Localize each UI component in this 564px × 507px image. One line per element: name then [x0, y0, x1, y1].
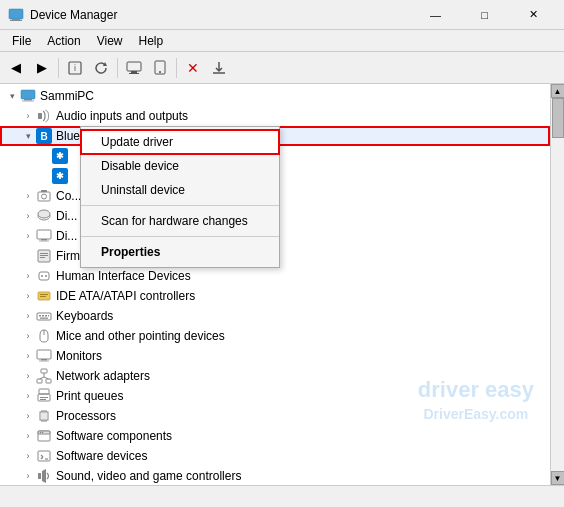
sammipc-label: SammiPC [40, 89, 94, 103]
expand-bt1 [36, 148, 52, 164]
expand-audio[interactable]: › [20, 108, 36, 124]
svg-rect-12 [21, 90, 35, 99]
svg-rect-14 [22, 101, 34, 102]
uninstall-button[interactable]: ✕ [181, 56, 205, 80]
svg-rect-15 [38, 113, 42, 119]
properties-button[interactable]: i [63, 56, 87, 80]
svg-rect-6 [127, 62, 141, 71]
device-button[interactable] [148, 56, 172, 80]
expand-mice[interactable]: › [20, 328, 36, 344]
svg-rect-34 [37, 313, 51, 320]
scroll-down-button[interactable]: ▼ [551, 471, 565, 485]
download-button[interactable] [207, 56, 231, 80]
network-icon [36, 368, 52, 384]
back-button[interactable]: ◀ [4, 56, 28, 80]
expand-print[interactable]: › [20, 388, 36, 404]
tree-item-software-dev[interactable]: › Software devices [0, 446, 550, 466]
status-bar [0, 485, 564, 507]
tree-item-network[interactable]: › Network adapters [0, 366, 550, 386]
tree-item-software-comp[interactable]: › Software components [0, 426, 550, 446]
svg-rect-25 [40, 253, 48, 254]
mice-label: Mice and other pointing devices [56, 329, 225, 343]
menu-view[interactable]: View [89, 32, 131, 50]
tree-item-ide[interactable]: › IDE ATA/ATAPI controllers [0, 286, 550, 306]
display-icon [36, 228, 52, 244]
expand-bt2 [36, 168, 52, 184]
svg-rect-33 [40, 296, 46, 297]
svg-point-20 [38, 210, 50, 218]
svg-rect-42 [41, 359, 47, 361]
svg-rect-28 [39, 272, 49, 280]
audio-label: Audio inputs and outputs [56, 109, 188, 123]
context-menu-scan-hardware[interactable]: Scan for hardware changes [81, 209, 279, 233]
menu-file[interactable]: File [4, 32, 39, 50]
window-title: Device Manager [30, 8, 413, 22]
tree-item-hid[interactable]: › Human Interface Devices [0, 266, 550, 286]
expand-processors[interactable]: › [20, 408, 36, 424]
refresh-button[interactable] [89, 56, 113, 80]
expand-hid[interactable]: › [20, 268, 36, 284]
bt-device2-icon: ✱ [52, 168, 68, 184]
toolbar-sep-2 [117, 58, 118, 78]
expand-keyboards[interactable]: › [20, 308, 36, 324]
sound-label: Sound, video and game controllers [56, 469, 241, 483]
context-menu-sep-2 [81, 236, 279, 237]
context-menu-properties[interactable]: Properties [81, 240, 279, 264]
svg-point-17 [42, 194, 47, 199]
forward-button[interactable]: ▶ [30, 56, 54, 80]
expand-disk[interactable]: › [20, 208, 36, 224]
toolbar: ◀ ▶ i ✕ [0, 52, 564, 84]
expand-network[interactable]: › [20, 368, 36, 384]
app-icon [8, 7, 24, 23]
context-menu-update-driver[interactable]: Update driver [81, 130, 279, 154]
toolbar-sep-1 [58, 58, 59, 78]
tree-item-processors[interactable]: › Processors [0, 406, 550, 426]
svg-rect-13 [24, 99, 32, 101]
context-menu-disable-device[interactable]: Disable device [81, 154, 279, 178]
svg-line-68 [41, 457, 43, 459]
scroll-thumb[interactable] [552, 98, 564, 138]
mouse-icon [36, 328, 52, 344]
audio-icon [36, 108, 52, 124]
maximize-button[interactable]: □ [462, 5, 507, 25]
tree-item-sammipc[interactable]: ▾ SammiPC [0, 86, 550, 106]
computer-button[interactable] [122, 56, 146, 80]
expand-monitors[interactable]: › [20, 348, 36, 364]
expand-cameras[interactable]: › [20, 188, 36, 204]
menu-action[interactable]: Action [39, 32, 88, 50]
expand-software-dev[interactable]: › [20, 448, 36, 464]
keyboards-label: Keyboards [56, 309, 113, 323]
tree-item-monitors[interactable]: › Monitors [0, 346, 550, 366]
title-bar: Device Manager — □ ✕ [0, 0, 564, 30]
scroll-up-button[interactable]: ▲ [551, 84, 565, 98]
tree-item-audio[interactable]: › Audio inputs and outputs [0, 106, 550, 126]
processor-icon [36, 408, 52, 424]
tree-item-print[interactable]: › Print queues [0, 386, 550, 406]
tree-item-mice[interactable]: › Mice and other pointing devices [0, 326, 550, 346]
expand-software-comp[interactable]: › [20, 428, 36, 444]
firmware-icon [36, 248, 52, 264]
expand-display[interactable]: › [20, 228, 36, 244]
network-label: Network adapters [56, 369, 150, 383]
svg-rect-45 [37, 379, 42, 383]
expand-bluetooth[interactable]: ▾ [20, 128, 36, 144]
expand-ide[interactable]: › [20, 288, 36, 304]
svg-rect-2 [10, 20, 22, 21]
hid-label: Human Interface Devices [56, 269, 191, 283]
svg-rect-8 [129, 73, 139, 74]
menu-help[interactable]: Help [131, 32, 172, 50]
svg-point-10 [159, 71, 161, 73]
context-menu-uninstall-device[interactable]: Uninstall device [81, 178, 279, 202]
tree-item-sound[interactable]: › Sound, video and game controllers [0, 466, 550, 485]
close-button[interactable]: ✕ [511, 5, 556, 25]
window-controls: — □ ✕ [413, 5, 556, 25]
print-label: Print queues [56, 389, 123, 403]
expand-sammipc[interactable]: ▾ [4, 88, 20, 104]
scrollbar[interactable]: ▲ ▼ [550, 84, 564, 485]
expand-sound[interactable]: › [20, 468, 36, 484]
tree-item-keyboards[interactable]: › Keyboards [0, 306, 550, 326]
minimize-button[interactable]: — [413, 5, 458, 25]
svg-rect-70 [38, 473, 41, 479]
svg-text:i: i [74, 63, 76, 73]
toolbar-sep-3 [176, 58, 177, 78]
